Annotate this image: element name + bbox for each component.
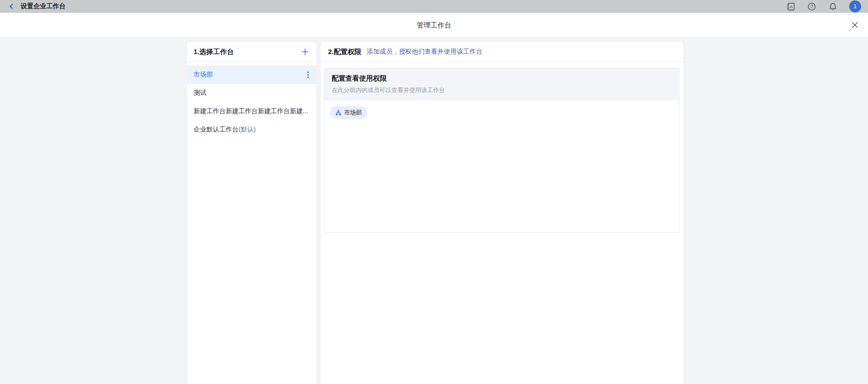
- add-workspace-button[interactable]: [300, 47, 310, 56]
- page-title: 设置企业工作台: [21, 2, 66, 11]
- workspace-list: 市场部 测试 新建工作台新建工作台新建工作台新建... 企业默认工作台(默认): [187, 62, 316, 139]
- notification-bell-icon[interactable]: [828, 2, 837, 11]
- workspace-item-label: 新建工作台新建工作台新建工作台新建...: [194, 107, 308, 115]
- help-icon[interactable]: ?: [807, 2, 816, 11]
- permission-box: 配置查看使用权限 在此分组内的成员可以查看并使用该工作台 市场部: [324, 68, 679, 233]
- workspace-item-label: 测试: [194, 89, 206, 97]
- svg-text:A: A: [790, 4, 793, 9]
- department-chip[interactable]: 市场部: [330, 106, 367, 119]
- modal-title-bar: 管理工作台: [0, 13, 868, 38]
- workspace-item-selected[interactable]: 市场部: [187, 66, 316, 84]
- svg-text:?: ?: [810, 4, 813, 9]
- back-chevron-icon[interactable]: [7, 2, 16, 11]
- permission-box-header: 配置查看使用权限 在此分组内的成员可以查看并使用该工作台: [324, 68, 679, 100]
- address-book-icon[interactable]: A: [786, 2, 795, 11]
- workspace-item[interactable]: 新建工作台新建工作台新建工作台新建...: [187, 102, 316, 121]
- permission-box-body: 市场部: [324, 100, 679, 125]
- workspace-item-label: 企业默认工作台: [194, 126, 239, 134]
- app-bar-actions: A ? 1: [786, 0, 861, 12]
- add-member-link[interactable]: 添加成员，授权他们查看并使用该工作台: [367, 48, 483, 56]
- permission-box-subtitle: 在此分组内的成员可以查看并使用该工作台: [332, 86, 672, 94]
- org-structure-icon: [335, 110, 341, 116]
- workspace-item-label: 市场部: [194, 71, 213, 79]
- back-nav[interactable]: 设置企业工作台: [7, 2, 66, 11]
- more-options-icon[interactable]: [306, 70, 310, 80]
- app-top-bar: 设置企业工作台 A ? 1: [0, 0, 868, 13]
- workspace-list-title: 1.选择工作台: [194, 48, 234, 56]
- workspace-list-panel: 1.选择工作台 市场部 测试 新建工作台新建工作台新建工作台新建... 企业默认…: [187, 42, 316, 384]
- workspace-list-header: 1.选择工作台: [187, 42, 316, 62]
- department-chip-label: 市场部: [344, 109, 362, 117]
- workspace-item[interactable]: 企业默认工作台(默认): [187, 121, 316, 139]
- modal-title: 管理工作台: [417, 21, 451, 29]
- permission-title: 2.配置权限: [328, 48, 362, 56]
- default-badge: (默认): [239, 126, 256, 134]
- user-avatar[interactable]: 1: [849, 0, 861, 12]
- permission-box-title: 配置查看使用权限: [332, 74, 672, 83]
- close-icon[interactable]: [850, 20, 860, 30]
- permission-panel: 2.配置权限 添加成员，授权他们查看并使用该工作台 配置查看使用权限 在此分组内…: [321, 42, 683, 384]
- workspace-item[interactable]: 测试: [187, 84, 316, 102]
- permission-header: 2.配置权限 添加成员，授权他们查看并使用该工作台: [321, 42, 683, 62]
